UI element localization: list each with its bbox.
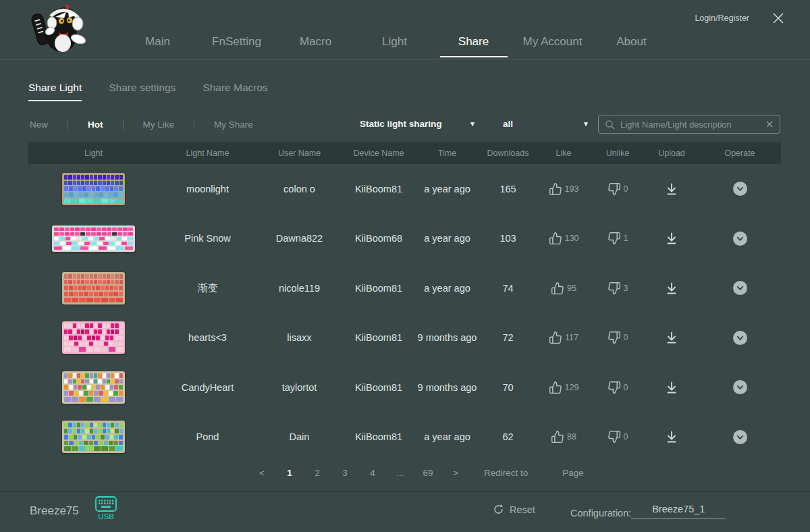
- time: a year ago: [415, 283, 479, 294]
- light-name: CandyHeart: [159, 382, 256, 393]
- app-logo: [30, 3, 89, 54]
- operate-button[interactable]: [733, 430, 747, 444]
- unlike-button[interactable]: 0: [608, 430, 628, 444]
- sort-hot[interactable]: Hot: [68, 119, 123, 130]
- tab-share-macros[interactable]: Share Macros: [202, 82, 267, 94]
- like-count: 130: [565, 234, 579, 243]
- nav-main[interactable]: Main: [118, 35, 197, 49]
- login-register-link[interactable]: Login/Register: [695, 14, 749, 23]
- sort-my-like[interactable]: My Like: [124, 119, 194, 130]
- device-name: KiiBoom68: [342, 233, 415, 244]
- table-row: Pink Snow Dawna822 KiiBoom68 a year ago …: [28, 214, 781, 264]
- device-name: KiiBoom81: [342, 382, 415, 393]
- operate-button[interactable]: [733, 331, 747, 345]
- light-preview-thumbnail[interactable]: [62, 421, 125, 453]
- nav-fnsetting[interactable]: FnSetting: [197, 35, 276, 49]
- download-button[interactable]: [665, 331, 678, 344]
- device-name: KiiBoom81: [342, 431, 415, 442]
- light-preview-thumbnail[interactable]: [62, 371, 125, 404]
- device-name: KiiBoom81: [342, 184, 415, 194]
- chevron-down-icon: [736, 334, 744, 342]
- operate-button[interactable]: [733, 380, 747, 394]
- light-type-dropdown[interactable]: Static light sharing ▼: [360, 119, 476, 129]
- download-button[interactable]: [665, 381, 678, 394]
- unlike-count: 0: [624, 383, 628, 392]
- nav-my-account[interactable]: My Account: [513, 35, 592, 49]
- close-icon[interactable]: [771, 11, 786, 26]
- reset-button[interactable]: Reset: [493, 504, 535, 515]
- mascot-logo-icon: [30, 3, 89, 54]
- configuration-value[interactable]: Breeze75_1: [631, 504, 726, 518]
- like-count: 129: [565, 383, 579, 392]
- download-button[interactable]: [665, 232, 678, 245]
- tab-share-settings[interactable]: Share settings: [109, 82, 176, 94]
- device-name: KiiBoom81: [342, 283, 415, 294]
- unlike-button[interactable]: 0: [608, 381, 628, 394]
- search-input[interactable]: [619, 119, 761, 130]
- page-3[interactable]: 3: [340, 468, 350, 478]
- downloads-count: 62: [479, 431, 537, 442]
- page-4[interactable]: 4: [367, 468, 378, 478]
- light-preview-thumbnail[interactable]: [62, 321, 125, 354]
- unlike-button[interactable]: 0: [608, 182, 628, 196]
- share-subtabs: Share Light Share settings Share Macros: [28, 82, 268, 94]
- operate-button[interactable]: [733, 232, 747, 246]
- page-1[interactable]: 1: [284, 468, 295, 478]
- page-69[interactable]: 69: [423, 468, 433, 478]
- like-button[interactable]: 117: [549, 331, 578, 344]
- light-preview-thumbnail[interactable]: [62, 272, 125, 304]
- nav-about[interactable]: About: [592, 35, 671, 49]
- download-button[interactable]: [665, 182, 678, 196]
- scope-dropdown-value: all: [503, 119, 513, 129]
- thumbs-up-icon: [549, 381, 562, 394]
- usb-connection: USB: [93, 496, 119, 521]
- thumbs-down-icon: [608, 430, 621, 444]
- user-name: Dain: [256, 431, 342, 442]
- page-next[interactable]: >: [450, 468, 461, 478]
- configuration: Configuration: Breeze75_1: [570, 504, 726, 518]
- downloads-count: 165: [479, 184, 537, 194]
- user-name: nicole119: [256, 283, 342, 294]
- like-button[interactable]: 95: [551, 282, 576, 295]
- unlike-button[interactable]: 0: [608, 331, 628, 344]
- col-time: Time: [415, 149, 479, 158]
- tab-share-light[interactable]: Share Light: [28, 82, 82, 94]
- device-name-label: Breeze75: [30, 491, 79, 531]
- light-preview-thumbnail[interactable]: [52, 225, 135, 252]
- user-name: colon o: [256, 184, 342, 194]
- light-preview-thumbnail[interactable]: [62, 173, 125, 205]
- configuration-label: Configuration:: [570, 508, 631, 518]
- sort-new[interactable]: New: [28, 119, 68, 130]
- top-bar: Main FnSetting Macro Light Share My Acco…: [0, 0, 810, 60]
- unlike-count: 3: [624, 284, 628, 293]
- scope-dropdown[interactable]: all ▼: [503, 119, 589, 129]
- time: a year ago: [415, 184, 479, 194]
- downloads-count: 72: [479, 332, 537, 343]
- like-button[interactable]: 130: [549, 232, 579, 245]
- table-row: CandyHeart taylortot KiiBoom81 9 months …: [28, 363, 781, 413]
- unlike-button[interactable]: 3: [608, 282, 628, 295]
- page-2[interactable]: 2: [312, 468, 323, 478]
- table-row: hearts<3 lisaxx KiiBoom81 9 months ago 7…: [28, 313, 781, 363]
- table-header: Light Light Name User Name Device Name T…: [28, 142, 781, 164]
- download-button[interactable]: [665, 430, 678, 444]
- operate-button[interactable]: [733, 182, 747, 196]
- time: a year ago: [415, 233, 479, 244]
- download-button[interactable]: [665, 282, 678, 295]
- like-button[interactable]: 88: [551, 430, 576, 444]
- page-prev[interactable]: <: [256, 468, 267, 478]
- downloads-count: 74: [479, 283, 537, 294]
- table-row: 渐变 nicole119 KiiBoom81 a year ago 74 95 …: [28, 263, 781, 313]
- user-name: Dawna822: [256, 233, 342, 244]
- like-button[interactable]: 129: [549, 381, 579, 394]
- nav-macro[interactable]: Macro: [276, 35, 355, 49]
- nav-share[interactable]: Share: [434, 35, 513, 49]
- sort-my-share[interactable]: My Share: [194, 119, 273, 130]
- nav-light[interactable]: Light: [355, 35, 434, 49]
- col-downloads: Downloads: [479, 149, 537, 158]
- like-button[interactable]: 193: [549, 182, 579, 196]
- unlike-button[interactable]: 1: [608, 232, 628, 245]
- operate-button[interactable]: [733, 281, 747, 295]
- search-clear-icon[interactable]: [765, 120, 774, 128]
- redirect-to-label: Redirect to: [484, 468, 528, 478]
